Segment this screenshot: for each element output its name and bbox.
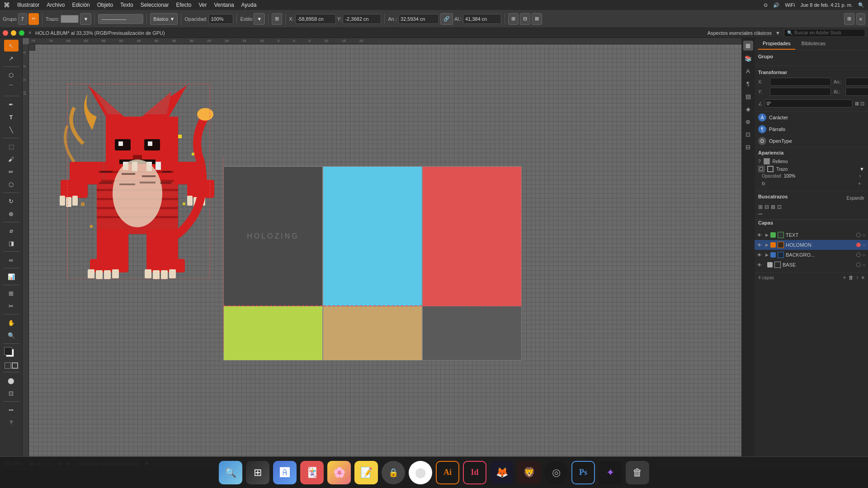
pathfinder-unite[interactable]: ⊞ [758,204,763,210]
minimize-btn[interactable] [11,30,16,36]
tool-line[interactable]: ╲ [4,124,19,136]
properties-icon[interactable]: ⊞ [743,41,753,51]
dock-chatgpt[interactable]: ◎ [544,461,568,484]
dock-finder[interactable]: 🔍 [219,461,242,484]
transform-icon[interactable]: ⊞ [272,13,282,25]
tool-slice[interactable]: ✂ [4,300,19,312]
tool-zoom[interactable]: 🔍 [4,329,19,341]
menu-search[interactable]: 🔍 [858,2,864,8]
layer-eye-text[interactable]: 👁 [757,233,764,238]
an-input[interactable] [398,14,439,24]
y-prop-input[interactable]: -2,368 c [770,88,831,96]
tool-gradient[interactable]: ◨ [4,237,19,249]
panel-options-btn[interactable]: ≡ [862,275,864,280]
tool-more[interactable]: ••• [4,404,19,416]
tool-question[interactable]: ? [4,417,19,428]
caracter-item[interactable]: A Carácter [755,112,868,123]
menu-efecto[interactable]: Efecto [176,2,191,8]
dock-indesign[interactable]: Id [463,461,486,484]
menu-ventana[interactable]: Ventana [214,2,234,8]
menu-objeto[interactable]: Objeto [97,2,113,8]
tool-type[interactable]: T [4,111,19,123]
layer-lock-base[interactable]: ○ [863,263,865,267]
pathfinder-exclude[interactable]: ⊡ [777,204,782,210]
tab-bibliotecas[interactable]: Bibliotecas [797,38,830,50]
menu-illustrator[interactable]: Illustrator [17,2,39,8]
x-input[interactable] [295,14,336,24]
dock-launchpad[interactable]: ⊞ [246,461,269,484]
pathfinder-intersect[interactable]: ⊠ [771,204,775,210]
tool-rotate[interactable]: ↻ [4,195,19,207]
tool-column-graph[interactable]: 📊 [4,271,19,282]
buscatrazos-expand[interactable]: Expandir [847,196,864,201]
menu-ayuda[interactable]: Ayuda [241,2,257,8]
layer-backgro[interactable]: 👁 ▶ BACKGRO... ○ [755,250,868,260]
stroke-swatch[interactable] [767,166,774,172]
dock-illustrator[interactable]: Ai [436,461,459,484]
layer-holomon[interactable]: 👁 ▶ HOLOMON ○ [755,240,868,250]
tool-magic-wand[interactable]: ⬡ [4,69,19,81]
tool-artboard[interactable]: ⊞ [4,287,19,299]
menu-archivo[interactable]: Archivo [47,2,65,8]
al-prop-input[interactable]: 41,384 c [845,88,868,96]
opacidad-input[interactable] [208,14,233,24]
dock-firefox[interactable]: 🦊 [490,461,514,484]
libraries-icon[interactable]: 📚 [743,53,753,63]
trazo-chevron-ap[interactable]: ▼ [859,166,864,172]
dock-chrome[interactable]: ⬤ [409,461,432,484]
move-layer-btn[interactable]: ↑ [856,275,859,280]
delete-layer-btn[interactable]: 🗑 [849,275,854,280]
pen-icon-btn[interactable]: ✏ [28,13,39,25]
dock-flashcard[interactable]: 🃏 [300,461,324,484]
layer-base[interactable]: 👁 BASE ○ [755,260,868,270]
link-dimensions[interactable]: 🔗 [440,13,453,25]
tool-rectangle[interactable]: ⬚ [4,141,19,152]
menu-edicion[interactable]: Edición [72,2,90,8]
layer-lock-backgro[interactable]: ○ [863,253,865,258]
pathfinder-minus-front[interactable]: ⊟ [764,204,769,210]
tool-lasso[interactable]: ⌒ [4,82,19,94]
layers-icon[interactable]: ▤ [743,91,753,101]
stroke-icon[interactable] [12,362,18,369]
swatches-icon[interactable]: ◈ [743,104,753,114]
opacity-expand[interactable]: › [859,174,861,178]
color-swatches[interactable] [4,347,19,360]
layer-dot-text[interactable] [856,233,861,237]
dock-appstore[interactable]: 🅰 [273,461,297,484]
x-prop-input[interactable]: -58,896 c [770,78,831,86]
layer-text[interactable]: 👁 ▶ TEXT ○ [755,230,868,240]
layer-dot-holomon[interactable] [856,243,861,247]
dock-trash[interactable]: 🗑 [626,461,649,484]
fill-icon[interactable] [5,362,11,369]
dock-brave[interactable]: 🦁 [517,461,541,484]
symbols-icon[interactable]: ⊛ [743,117,753,127]
tool-hand[interactable]: ✋ [4,317,19,328]
paragraph-icon[interactable]: ¶ [743,79,753,89]
menu-volume[interactable]: 🔊 [773,2,779,8]
fill-swatch[interactable] [764,158,770,164]
tool-direct-selection[interactable]: ↗ [4,52,19,64]
menu-seleccionar[interactable]: Seleccionar [141,2,169,8]
parrafo-item[interactable]: ¶ Párrafo [755,123,868,135]
tool-blend[interactable]: ∞ [4,254,19,266]
estilo-btn[interactable]: ▼ [254,13,265,25]
an-prop-input[interactable]: 32,593 c [845,78,868,86]
view-toggle-2[interactable]: ≡ [856,13,865,25]
layer-lock-holomon[interactable]: ○ [863,243,865,248]
menu-wifi[interactable]: WiFi [785,2,795,8]
tool-eyedropper[interactable]: ⌀ [4,225,19,236]
maximize-btn[interactable] [19,30,24,36]
stock-search[interactable]: 🔍 Buscar en Adobe Stock [784,29,865,37]
dock-ext[interactable]: 🔒 [382,461,405,484]
al-input[interactable] [463,14,501,24]
trazo-chevron[interactable]: ▼ [80,13,91,25]
dock-figma[interactable]: ✦ [599,461,622,484]
tool-unknown-2[interactable]: ⊡ [4,387,19,399]
close-btn[interactable] [3,30,8,36]
num-badge[interactable]: 7 [18,13,27,25]
tool-pen[interactable]: ✒ [4,99,19,110]
align-panel-icon[interactable]: ⊟ [743,142,753,152]
trazo-weight[interactable] [61,15,79,23]
add-effect-btn[interactable]: + [858,181,861,186]
y-input[interactable] [343,14,381,24]
